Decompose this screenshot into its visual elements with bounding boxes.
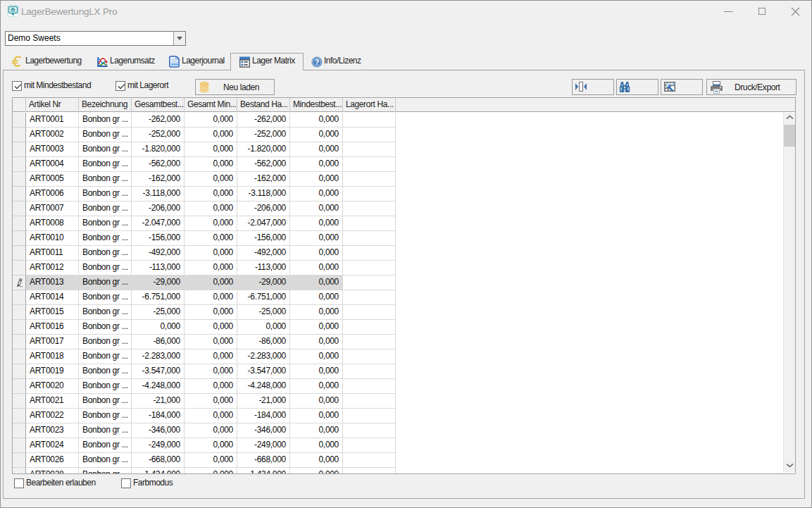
svg-text:?: ? [315, 58, 320, 66]
